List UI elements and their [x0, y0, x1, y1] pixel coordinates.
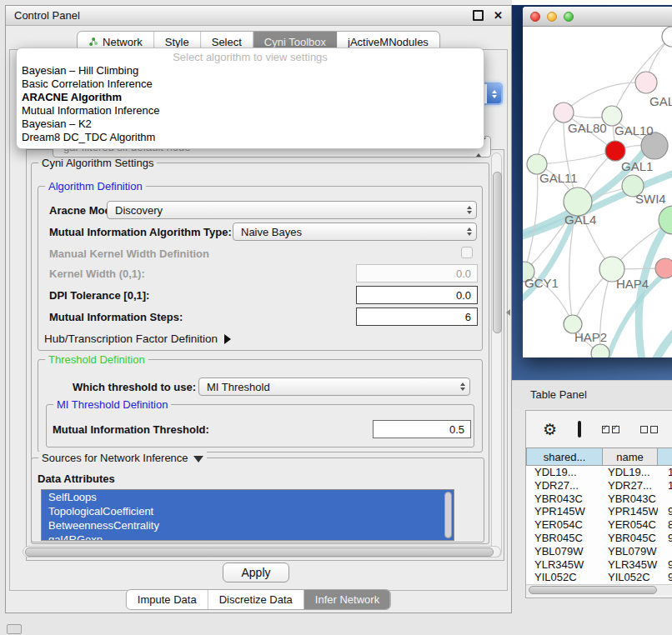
- attribute-item-gal4rgexp[interactable]: gal4RGexp: [42, 532, 454, 541]
- scrollbar-thumb[interactable]: [493, 172, 502, 333]
- data-attributes-label: Data Attributes: [38, 472, 115, 485]
- attribute-item-betweennesscentrality[interactable]: BetweennessCentrality: [42, 518, 454, 532]
- algorithm-option-dream8-dc-tdc-algorithm[interactable]: Dream8 DC_TDC Algorithm: [17, 131, 484, 144]
- column-header-name[interactable]: name: [603, 448, 658, 466]
- float-panel-icon[interactable]: [473, 10, 484, 21]
- table-header-row: shared...nameA: [526, 448, 672, 466]
- attributes-scrollbar[interactable]: [444, 492, 452, 538]
- table-cell: YBR045C: [526, 532, 603, 545]
- node-label: SWI4: [635, 192, 666, 206]
- tab-infer-network[interactable]: Infer Network: [304, 590, 390, 609]
- hub-definition-toggle[interactable]: Hub/Transcription Factor Definition: [44, 332, 231, 345]
- table-row[interactable]: YBR045CYBR045C9.: [526, 532, 672, 545]
- network-desktop-region: GALGAL80GAL10GAL1GAL11SWI4GAL4GCY1HAP4YH…: [512, 0, 672, 635]
- kernel-width-label: Kernel Width (0,1):: [49, 268, 145, 280]
- which-threshold-label: Which threshold to use:: [73, 381, 196, 393]
- manual-kernel-label: Manual Kernel Width Definition: [49, 248, 209, 260]
- mi-threshold-field[interactable]: [373, 420, 471, 438]
- data-attributes-list[interactable]: SelfLoopsTopologicalCoefficientBetweenne…: [41, 489, 454, 541]
- mi-threshold-label: Mutual Information Threshold:: [53, 423, 209, 436]
- sources-group-title[interactable]: Sources for Network Inference: [38, 452, 207, 464]
- algorithm-option-aracne-algorithm[interactable]: ARACNE Algorithm: [17, 91, 484, 104]
- table-cell: YDR27...: [526, 479, 603, 492]
- select-all-checkboxes-icon[interactable]: [602, 426, 619, 433]
- algorithm-option-bayesian-k2[interactable]: Bayesian – K2: [17, 118, 484, 131]
- scrollbar-thumb[interactable]: [25, 548, 494, 557]
- tab-impute-data[interactable]: Impute Data: [127, 590, 208, 609]
- which-threshold-value: MI Threshold: [207, 381, 270, 393]
- mi-threshold-group-title: MI Threshold Definition: [53, 398, 171, 411]
- algorithm-definition-title: Algorithm Definition: [45, 180, 146, 192]
- mi-steps-label: Mutual Information Steps:: [49, 311, 183, 323]
- algorithm-dropdown-popup: Select algorithm to view settings Bayesi…: [16, 48, 484, 149]
- algorithm-option-basic-correlation-inference[interactable]: Basic Correlation Inference: [17, 78, 484, 91]
- control-panel: Control Panel ✕ NetworkStyleSelectCyni T…: [5, 5, 512, 613]
- mi-type-select[interactable]: Naive Bayes: [233, 222, 477, 241]
- combo-stepper-icon: [487, 84, 501, 103]
- network-node[interactable]: [591, 344, 609, 358]
- table-row[interactable]: YLR345WYLR345W9.: [526, 558, 672, 572]
- tab-label: Discretize Data: [219, 593, 293, 606]
- node-label: GAL1: [621, 159, 653, 173]
- columns-icon[interactable]: [578, 421, 581, 438]
- table-panel-header: Table Panel: [512, 380, 672, 408]
- deselect-all-checkboxes-icon[interactable]: [640, 426, 658, 433]
- table-row[interactable]: YPR145WYPR145W9.: [526, 505, 672, 518]
- minimized-panel-grip[interactable]: [7, 624, 22, 634]
- network-node-gal1[interactable]: [605, 141, 625, 161]
- panel-splitter-handle[interactable]: [506, 309, 510, 316]
- gear-icon[interactable]: ⚙: [543, 422, 557, 438]
- tab-label: Infer Network: [315, 593, 379, 606]
- network-node-gal4[interactable]: [564, 188, 592, 216]
- tab-label: Cyni Toolbox: [264, 36, 326, 48]
- column-header-shared-[interactable]: shared...: [526, 448, 603, 466]
- network-node-y[interactable]: [655, 258, 672, 278]
- minimize-window-icon[interactable]: [547, 12, 557, 22]
- table-horizontal-scrollbar[interactable]: [526, 584, 672, 595]
- settings-horizontal-scrollbar[interactable]: [23, 546, 501, 558]
- manual-kernel-checkbox[interactable]: [461, 247, 473, 258]
- aracne-mode-select[interactable]: Discovery: [107, 201, 477, 219]
- network-node-gal[interactable]: [635, 72, 657, 93]
- kernel-width-field[interactable]: [356, 264, 478, 282]
- table-cell: YDL19...: [526, 466, 603, 479]
- table-cell: YER054C: [603, 518, 658, 532]
- network-svg[interactable]: GALGAL80GAL10GAL1GAL11SWI4GAL4GCY1HAP4YH…: [523, 27, 672, 358]
- zoom-window-icon[interactable]: [564, 12, 574, 22]
- tab-label: Impute Data: [138, 593, 197, 606]
- network-edge[interactable]: [524, 164, 538, 272]
- table-row[interactable]: YIL052CYIL052C9: [526, 571, 672, 584]
- attribute-item-selfloops[interactable]: SelfLoops: [42, 490, 454, 504]
- network-window-titlebar[interactable]: [523, 7, 672, 27]
- mi-type-label: Mutual Information Algorithm Type:: [49, 226, 232, 238]
- which-threshold-select[interactable]: MI Threshold: [198, 378, 470, 396]
- settings-vertical-scrollbar[interactable]: [491, 152, 502, 558]
- table-cell: 9.: [658, 532, 672, 545]
- scrollbar-thumb[interactable]: [529, 586, 657, 594]
- table-cell: [658, 492, 672, 506]
- algorithm-option-bayesian-hill-climbing[interactable]: Bayesian – Hill Climbing: [17, 64, 484, 78]
- network-edge[interactable]: [564, 82, 646, 112]
- network-edge-thick[interactable]: [648, 306, 672, 358]
- tab-label: Select: [212, 36, 242, 48]
- table-row[interactable]: YDL19...YDL19...13: [526, 466, 672, 479]
- node-label: GAL80: [568, 121, 607, 135]
- table-cell: YBL079W: [603, 545, 658, 558]
- close-panel-icon[interactable]: ✕: [494, 10, 503, 21]
- attribute-item-topologicalcoefficient[interactable]: TopologicalCoefficient: [42, 504, 454, 518]
- network-node-gal80[interactable]: [554, 102, 574, 122]
- column-header-a[interactable]: A: [658, 448, 672, 466]
- table-row[interactable]: YDR27...YDR27...12: [526, 479, 672, 492]
- close-window-icon[interactable]: [530, 12, 540, 22]
- table-row[interactable]: YBR043CYBR043C: [526, 492, 672, 506]
- dpi-tolerance-field[interactable]: [356, 286, 478, 304]
- network-canvas[interactable]: GALGAL80GAL10GAL1GAL11SWI4GAL4GCY1HAP4YH…: [523, 27, 672, 358]
- algorithm-option-mutual-information-inference[interactable]: Mutual Information Inference: [17, 104, 484, 118]
- table-cell: YBR043C: [526, 492, 603, 506]
- network-view-window[interactable]: GALGAL80GAL10GAL1GAL11SWI4GAL4GCY1HAP4YH…: [523, 7, 672, 358]
- table-row[interactable]: YBL079WYBL079W: [526, 545, 672, 558]
- mi-steps-field[interactable]: [356, 308, 478, 326]
- apply-button[interactable]: Apply: [223, 562, 289, 582]
- table-row[interactable]: YER054CYER054C8.: [526, 518, 672, 532]
- tab-discretize-data[interactable]: Discretize Data: [208, 590, 304, 609]
